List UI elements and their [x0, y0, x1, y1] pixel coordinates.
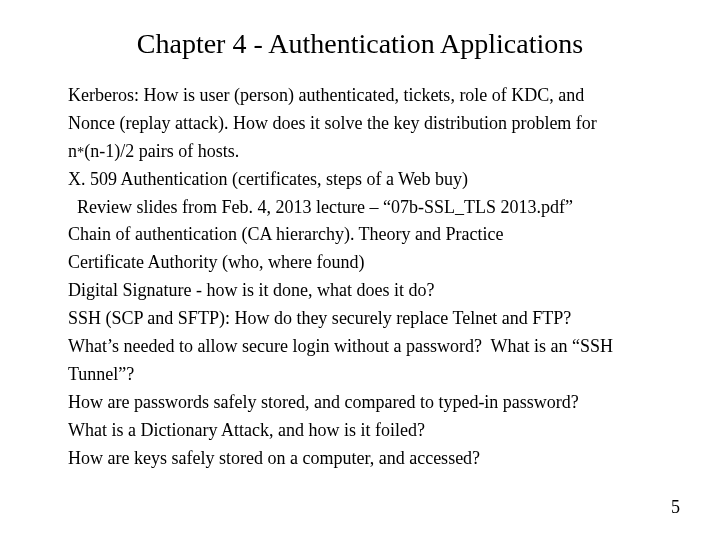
- body-line: n*(n-1)/2 pairs of hosts.: [68, 138, 680, 166]
- body-line: Digital Signature - how is it done, what…: [68, 277, 680, 305]
- body-line: Kerberos: How is user (person) authentic…: [68, 82, 680, 110]
- body-line: Review slides from Feb. 4, 2013 lecture …: [68, 194, 680, 222]
- body-line: SSH (SCP and SFTP): How do they securely…: [68, 305, 680, 333]
- text: n: [68, 141, 77, 161]
- body-line: Nonce (replay attack). How does it solve…: [68, 110, 680, 138]
- page-number: 5: [671, 497, 680, 518]
- body-line: Certificate Authority (who, where found): [68, 249, 680, 277]
- body-line: How are keys safely stored on a computer…: [68, 445, 680, 473]
- body-line: What’s needed to allow secure login with…: [68, 333, 680, 361]
- body-line: How are passwords safely stored, and com…: [68, 389, 680, 417]
- slide-title: Chapter 4 - Authentication Applications: [0, 28, 720, 60]
- body-line: Tunnel”?: [68, 361, 680, 389]
- body-line: What is a Dictionary Attack, and how is …: [68, 417, 680, 445]
- slide: Chapter 4 - Authentication Applications …: [0, 0, 720, 540]
- slide-body: Kerberos: How is user (person) authentic…: [68, 82, 680, 472]
- body-line: X. 509 Authentication (certificates, ste…: [68, 166, 680, 194]
- body-line: Chain of authentication (CA hierarchy). …: [68, 221, 680, 249]
- text: (n-1)/2 pairs of hosts.: [84, 141, 239, 161]
